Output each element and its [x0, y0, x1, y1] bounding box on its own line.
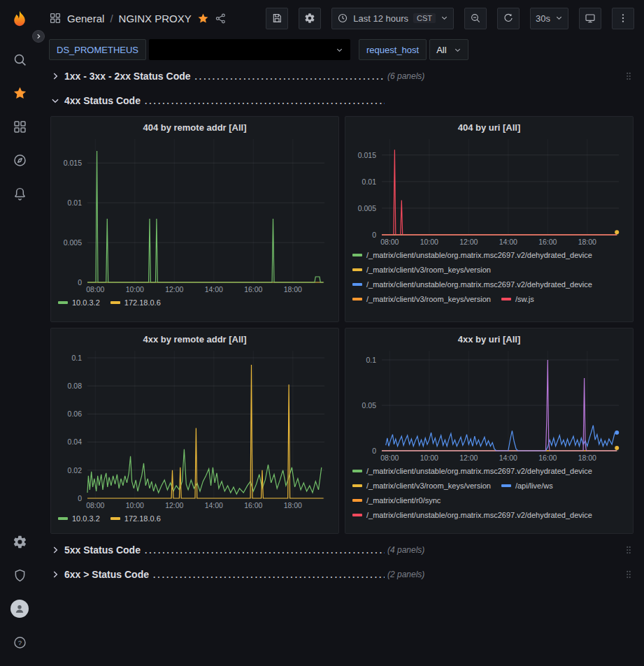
legend-item[interactable]: /_matrix/client/unstable/org.matrix.msc2… — [352, 509, 592, 521]
row-drag-handle[interactable] — [624, 544, 634, 556]
legend-swatch — [58, 301, 68, 304]
svg-text:0.06: 0.06 — [68, 410, 83, 418]
panel-title[interactable]: 404 by remote addr [All] — [58, 120, 331, 134]
search-icon[interactable] — [6, 43, 34, 76]
panel-legend: /_matrix/client/unstable/org.matrix.msc2… — [352, 465, 626, 521]
breadcrumb-dashboard-title[interactable]: NGINX PROXY — [119, 13, 192, 24]
row-drag-handle[interactable] — [624, 569, 634, 580]
time-range-label: Last 12 hours — [353, 13, 408, 24]
svg-text:14:00: 14:00 — [205, 285, 223, 294]
timeseries-chart[interactable]: 00.050.108:0010:0012:0014:0016:0018:00 — [352, 346, 626, 463]
refresh-interval-dropdown[interactable]: 30s — [530, 8, 568, 29]
svg-text:10:00: 10:00 — [420, 238, 438, 246]
svg-text:0.005: 0.005 — [64, 238, 82, 247]
legend-swatch — [352, 268, 362, 271]
configuration-gear-icon[interactable] — [6, 525, 34, 558]
svg-text:0: 0 — [78, 278, 82, 287]
timeseries-chart[interactable]: 00.020.040.060.080.108:0010:0012:0014:00… — [58, 346, 331, 511]
zoom-out-button[interactable] — [464, 8, 487, 29]
legend-item[interactable]: 172.18.0.6 — [110, 513, 161, 524]
panel-title[interactable]: 4xx by uri [All] — [352, 331, 626, 346]
legend-item[interactable]: /_matrix/client/unstable/org.matrix.msc2… — [352, 249, 592, 261]
chevron-down-icon — [454, 46, 461, 54]
svg-text:16:00: 16:00 — [244, 285, 262, 294]
favorite-star-icon[interactable] — [197, 13, 209, 24]
chevron-down-icon — [441, 13, 448, 24]
row-leader-dots: ........................................… — [149, 570, 385, 580]
legend-item[interactable]: /api/live/ws — [501, 480, 553, 491]
row-panel-count: (4 panels) — [387, 545, 424, 555]
breadcrumb: General / NGINX PROXY — [49, 12, 227, 24]
row-header-6xx[interactable]: 6xx > Status Code ......................… — [50, 565, 634, 584]
legend-item[interactable]: /_matrix/client/v3/room_keys/version — [352, 294, 491, 305]
refresh-button[interactable] — [497, 8, 520, 29]
starred-dashboards-icon[interactable] — [6, 76, 34, 110]
panel-legend: /_matrix/client/unstable/org.matrix.msc2… — [352, 249, 626, 305]
sidebar-expand-button[interactable] — [32, 30, 45, 43]
breadcrumb-section[interactable]: General — [67, 13, 104, 24]
row-drag-handle[interactable] — [624, 71, 634, 82]
row-header-4xx[interactable]: 4xx Status Code ........................… — [50, 92, 634, 110]
timeseries-chart[interactable]: 00.0050.010.01508:0010:0012:0014:0016:00… — [352, 134, 626, 247]
avatar-circle — [10, 600, 29, 618]
svg-text:0.015: 0.015 — [64, 159, 82, 167]
variable-ds-prometheus: DS_PROMETHEUS — [49, 39, 350, 60]
legend-item[interactable]: /_matrix/client/unstable/org.matrix.msc2… — [352, 279, 592, 290]
legend-swatch — [501, 298, 511, 301]
explore-compass-icon[interactable] — [6, 143, 34, 177]
dashboard-settings-button[interactable] — [299, 8, 321, 29]
svg-text:18:00: 18:00 — [284, 285, 302, 294]
panel-title[interactable]: 404 by uri [All] — [352, 120, 626, 134]
svg-text:?: ? — [17, 639, 21, 646]
share-icon[interactable] — [215, 13, 227, 24]
grafana-logo[interactable] — [6, 6, 34, 34]
row-header-1xx-3xx-2xx[interactable]: 1xx - 3xx - 2xx Status Code ............… — [50, 67, 634, 85]
kebab-menu-button[interactable] — [612, 8, 634, 29]
timeseries-chart[interactable]: 00.0050.010.01508:0010:0012:0014:0016:00… — [58, 134, 331, 295]
legend-item[interactable]: 172.18.0.6 — [110, 297, 161, 308]
svg-text:14:00: 14:00 — [205, 501, 223, 509]
time-range-picker[interactable]: Last 12 hours CST — [331, 8, 454, 29]
save-dashboard-button[interactable] — [266, 8, 288, 29]
dashboard-canvas: 1xx - 3xx - 2xx Status Code ............… — [39, 63, 644, 666]
svg-text:10:00: 10:00 — [126, 501, 144, 509]
svg-text:0.04: 0.04 — [68, 437, 83, 446]
legend-item[interactable]: /_matrix/client/r0/sync — [352, 495, 441, 506]
ds-prometheus-label: DS_PROMETHEUS — [49, 39, 146, 60]
user-avatar[interactable] — [6, 592, 34, 625]
panel-4xx-by-uri: 4xx by uri [All] 00.050.108:0010:0012:00… — [345, 328, 634, 534]
row-header-5xx[interactable]: 5xx Status Code ........................… — [50, 541, 634, 559]
svg-text:12:00: 12:00 — [165, 501, 183, 509]
tv-cycle-view-button[interactable] — [579, 8, 601, 29]
sidebar: ? — [0, 0, 39, 666]
help-icon[interactable]: ? — [6, 625, 34, 659]
legend-swatch — [58, 517, 68, 520]
alerting-bell-icon[interactable] — [6, 177, 34, 210]
row-leader-dots: ........................................… — [141, 546, 385, 556]
legend-swatch — [110, 517, 120, 520]
breadcrumb-separator: / — [110, 13, 113, 24]
ds-prometheus-dropdown[interactable] — [149, 39, 350, 60]
svg-text:16:00: 16:00 — [538, 454, 557, 462]
svg-text:08:00: 08:00 — [86, 501, 104, 509]
request-host-value: All — [436, 45, 446, 55]
legend-item[interactable]: /_matrix/client/v3/room_keys/version — [352, 480, 491, 491]
timezone-badge: CST — [413, 13, 436, 23]
svg-text:0.1: 0.1 — [71, 354, 82, 362]
legend-item[interactable]: 10.0.3.2 — [58, 297, 100, 308]
legend-item[interactable]: 10.0.3.2 — [58, 513, 100, 524]
server-admin-shield-icon[interactable] — [6, 558, 34, 592]
panel-title[interactable]: 4xx by remote addr [All] — [58, 331, 331, 346]
svg-text:16:00: 16:00 — [538, 238, 557, 246]
dashboards-icon[interactable] — [6, 110, 34, 143]
request-host-dropdown[interactable]: All — [429, 39, 468, 60]
row-leader-dots: ........................................… — [141, 96, 385, 106]
chevron-right-icon — [50, 71, 60, 81]
legend-item[interactable]: /_matrix/client/unstable/org.matrix.msc2… — [352, 465, 592, 477]
legend-item[interactable]: /_matrix/client/v3/room_keys/version — [352, 264, 491, 275]
row-panel-count: (2 panels) — [387, 570, 424, 579]
sidebar-bottom-group: ? — [6, 525, 34, 659]
svg-text:0.015: 0.015 — [358, 151, 376, 159]
legend-swatch — [352, 484, 362, 487]
legend-item[interactable]: /sw.js — [501, 294, 534, 305]
